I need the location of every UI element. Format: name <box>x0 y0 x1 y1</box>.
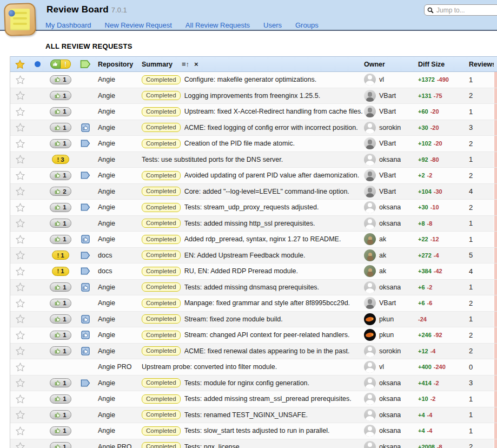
review-request-row[interactable]: 1 ! Angie Completed Tests: renamed TEST_… <box>10 407 497 424</box>
review-request-row[interactable]: !1 docs Completed EN: Added Upstream Fee… <box>10 248 497 264</box>
review-request-row[interactable]: 1 ! Angie Completed Tests: added missing… <box>10 391 497 407</box>
summary-text[interactable]: Tests: renamed TEST_NGINX_UNSAFE. <box>184 411 308 419</box>
summary-text[interactable]: Tests: module for nginx config generatio… <box>184 379 309 387</box>
summary-text[interactable]: Added rdp_preread, syntax, nginx 1.27 to… <box>184 235 341 243</box>
star-icon[interactable] <box>16 442 25 448</box>
summary-text[interactable]: Tests: ngx_license. <box>184 443 242 448</box>
review-request-row[interactable]: 1 ! Angie PRO Completed Tests: ngx_licen… <box>10 439 497 448</box>
review-request-row[interactable]: 2 ! Angie Completed Core: added "--log-l… <box>10 184 497 200</box>
summary-text[interactable]: Creation of the PID file made atomic. <box>184 140 295 147</box>
owner-name[interactable]: VBart <box>379 92 396 100</box>
star-icon[interactable] <box>16 155 25 164</box>
review-request-row[interactable]: 1 ! Angie Completed Tests: added missing… <box>10 280 497 296</box>
nav-users[interactable]: Users <box>263 21 282 29</box>
star-icon[interactable] <box>16 123 25 132</box>
star-icon[interactable] <box>16 363 25 372</box>
star-icon[interactable] <box>16 91 25 100</box>
owner-name[interactable]: sorokin <box>379 347 401 355</box>
review-request-row[interactable]: 1 ! Angie Completed Configure: makefile … <box>10 72 497 88</box>
owner-name[interactable]: oksana <box>379 411 401 419</box>
new-updates-column-icon[interactable] <box>35 61 41 67</box>
owner-name[interactable]: oksana <box>379 395 401 403</box>
nav-all-review-requests[interactable]: All Review Requests <box>185 21 250 29</box>
summary-text[interactable]: Configure: makefile generator optimizati… <box>184 76 317 83</box>
review-request-row[interactable]: 1 ! Angie Completed Manpage: fixed gramm… <box>10 295 497 312</box>
star-icon[interactable] <box>16 378 25 387</box>
jump-to-search-box[interactable] <box>424 4 497 16</box>
review-request-row[interactable]: 1 ! Angie Completed Stream: changed API … <box>10 327 497 344</box>
sort-ascending-icon[interactable]: ≡↑ <box>182 60 189 68</box>
star-icon[interactable] <box>16 299 25 308</box>
owner-name[interactable]: pkun <box>379 315 394 323</box>
summary-text[interactable]: Tests: use substituted ports for the DNS… <box>142 156 283 163</box>
owner-name[interactable]: vl <box>379 363 384 371</box>
summary-text[interactable]: ACME: fixed renewal dates appearing to b… <box>184 347 350 355</box>
owner-name[interactable]: ak <box>379 252 386 259</box>
star-icon[interactable] <box>16 394 25 404</box>
star-icon[interactable] <box>16 282 25 292</box>
owner-name[interactable]: oksana <box>379 203 401 211</box>
star-icon[interactable] <box>16 426 25 436</box>
review-request-row[interactable]: 1 ! Angie Completed Logging improvements… <box>10 88 497 104</box>
star-icon[interactable] <box>16 171 25 180</box>
star-icon[interactable] <box>16 410 25 419</box>
review-request-row[interactable]: 1 ! Angie Completed ACME: fixed renewal … <box>10 344 497 360</box>
starred-column-icon[interactable] <box>15 60 25 69</box>
owner-name[interactable]: pkun <box>379 331 394 339</box>
column-header-reviews[interactable]: Reviews <box>466 61 494 68</box>
summary-text[interactable]: Avoided updating of parent PID value aft… <box>184 172 360 179</box>
summary-text[interactable]: RU, EN: Added RDP Preread module. <box>184 267 298 275</box>
summary-text[interactable]: Tests: added missing stream_ssl_preread … <box>184 395 352 403</box>
owner-name[interactable]: oksana <box>379 156 401 163</box>
owner-name[interactable]: ak <box>379 267 386 275</box>
review-request-row[interactable]: 1 ! Angie Completed Added rdp_preread, s… <box>10 232 497 248</box>
review-request-row[interactable]: !3 Angie Tests: use substituted ports fo… <box>10 152 497 168</box>
summary-text[interactable]: Upstream: fixed X-Accel-Redirect handlin… <box>184 108 363 115</box>
summary-text[interactable]: Stream: fixed zone module build. <box>184 315 283 323</box>
review-request-row[interactable]: 1 ! Angie Completed Tests: added missing… <box>10 216 497 232</box>
owner-name[interactable]: ak <box>379 235 386 243</box>
star-icon[interactable] <box>16 235 25 244</box>
column-header-owner[interactable]: Owner <box>364 61 418 68</box>
star-icon[interactable] <box>16 219 25 228</box>
nav-new-review-request[interactable]: New Review Request <box>105 21 172 29</box>
owner-name[interactable]: VBart <box>379 140 396 147</box>
review-request-row[interactable]: 1 ! Angie Completed Avoided updating of … <box>10 168 497 184</box>
review-request-row[interactable]: ! Angie PRO Upstream probe: converted in… <box>10 359 497 375</box>
star-icon[interactable] <box>16 139 25 148</box>
star-icon[interactable] <box>16 251 25 260</box>
owner-name[interactable]: oksana <box>379 379 401 387</box>
owner-name[interactable]: VBart <box>379 188 396 195</box>
star-icon[interactable] <box>16 187 25 196</box>
review-board-logo[interactable] <box>4 3 36 36</box>
owner-name[interactable]: vl <box>379 76 384 83</box>
star-icon[interactable] <box>16 331 25 340</box>
review-request-row[interactable]: 1 ! Angie Completed Tests: slow_start te… <box>10 423 497 439</box>
column-header-diff-size[interactable]: Diff Size <box>418 61 466 68</box>
star-icon[interactable] <box>16 346 25 355</box>
review-request-row[interactable]: 1 ! Angie Completed ACME: fixed logging … <box>10 120 497 136</box>
review-request-row[interactable]: 1 ! Angie Completed Stream: fixed zone m… <box>10 312 497 328</box>
owner-name[interactable]: oksana <box>379 284 401 291</box>
label-column-icon[interactable] <box>80 60 91 69</box>
summary-text[interactable]: Tests: stream_udp_proxy_requests adjuste… <box>184 203 319 211</box>
review-request-row[interactable]: 1 ! Angie Completed Tests: module for ng… <box>10 375 497 392</box>
summary-text[interactable]: Tests: slow_start tests adjusted to run … <box>184 427 330 434</box>
owner-name[interactable]: VBart <box>379 299 396 307</box>
owner-name[interactable]: VBart <box>379 108 396 115</box>
owner-name[interactable]: VBart <box>379 172 396 179</box>
owner-name[interactable]: oksana <box>379 443 401 448</box>
summary-text[interactable]: Stream: changed API context for peer-rel… <box>184 331 350 339</box>
column-header-summary[interactable]: Summary <box>142 61 173 68</box>
owner-name[interactable]: sorokin <box>379 124 401 131</box>
clear-sort-icon[interactable]: × <box>194 60 198 68</box>
review-request-row[interactable]: 1 ! Angie Completed Upstream: fixed X-Ac… <box>10 104 497 120</box>
nav-groups[interactable]: Groups <box>295 21 319 29</box>
star-icon[interactable] <box>16 107 25 116</box>
star-icon[interactable] <box>16 203 25 212</box>
summary-text[interactable]: EN: Added Upstream Feedback module. <box>184 252 306 259</box>
summary-text[interactable]: Tests: added missing http_ssl prerequisi… <box>184 220 315 227</box>
review-request-row[interactable]: 1 ! Angie Completed Creation of the PID … <box>10 136 497 152</box>
star-icon[interactable] <box>16 314 25 324</box>
star-icon[interactable] <box>16 75 25 84</box>
